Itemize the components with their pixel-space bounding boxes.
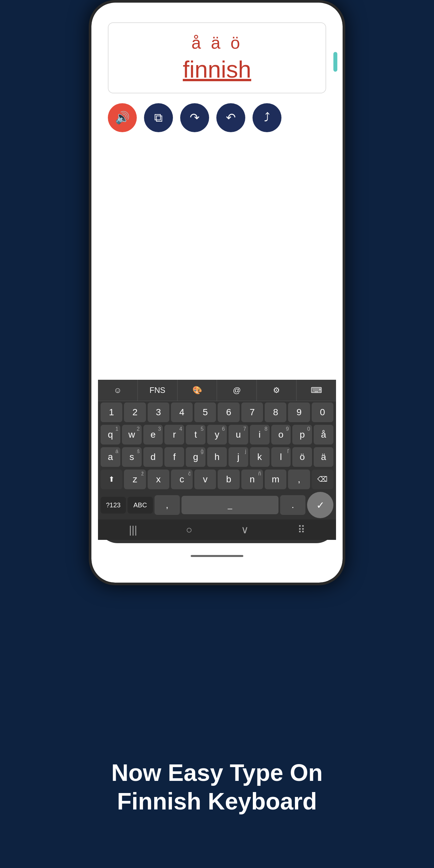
settings-button[interactable]: ⚙ (257, 380, 297, 401)
bottom-line1: Now Easy Type On (112, 760, 323, 786)
key-5[interactable]: 5 (194, 402, 216, 422)
key-g[interactable]: ğg (186, 447, 206, 467)
key-comma-2[interactable]: , (288, 469, 310, 489)
nav-home-icon[interactable]: ○ (186, 524, 192, 536)
key-2[interactable]: 2 (124, 402, 146, 422)
key-m[interactable]: m (265, 469, 286, 489)
key-x[interactable]: x (148, 469, 169, 489)
abc-mode-key[interactable]: ABC (128, 497, 153, 514)
copy-button[interactable]: ⧉ (144, 103, 173, 132)
key-3[interactable]: 3 (148, 402, 169, 422)
nav-back-icon[interactable]: ||| (129, 524, 137, 536)
theme-button[interactable]: 🎨 (178, 380, 217, 401)
key-e[interactable]: 3e (143, 425, 163, 444)
key-comma-3[interactable]: , (155, 495, 180, 515)
nav-bar: ||| ○ ∨ ⠿ (98, 520, 336, 540)
key-row-2: áa šs d f ğg h jj k ľl ö ä (98, 446, 336, 468)
key-v[interactable]: v (194, 469, 216, 489)
key-7[interactable]: 7 (241, 402, 263, 422)
key-a[interactable]: áa (101, 447, 120, 467)
key-p[interactable]: 0p (292, 425, 312, 444)
key-6[interactable]: 6 (218, 402, 239, 422)
home-indicator (191, 555, 243, 557)
key-j[interactable]: jj (228, 447, 248, 467)
key-n[interactable]: ñn (241, 469, 263, 489)
key-o[interactable]: 9o (271, 425, 291, 444)
keyboard-topbar: ☺ FNS 🎨 @ ⚙ ⌨ (98, 380, 336, 401)
translation-card: å ä ö finnish (108, 22, 326, 93)
key-y[interactable]: 6y (207, 425, 227, 444)
key-a-umlaut[interactable]: ä (314, 447, 333, 467)
key-t[interactable]: 5t (186, 425, 206, 444)
key-i[interactable]: 8i (250, 425, 270, 444)
shift-key[interactable]: ⬆ (101, 469, 122, 489)
key-s[interactable]: šs (122, 447, 142, 467)
key-8[interactable]: 8 (265, 402, 286, 422)
key-aa[interactable]: å (314, 425, 333, 444)
emoji-button[interactable]: ☺ (98, 380, 138, 401)
space-key[interactable]: _ (182, 496, 279, 514)
fns-button[interactable]: FNS (138, 380, 178, 401)
action-buttons-row: 🔊 ⧉ ↷ ↶ ⤴ (108, 103, 326, 132)
key-c[interactable]: čc (171, 469, 193, 489)
key-f[interactable]: f (164, 447, 184, 467)
key-4[interactable]: 4 (171, 402, 193, 422)
key-h[interactable]: h (207, 447, 227, 467)
key-row-3: ⬆ žz x čc v b ñn m , ⌫ (98, 468, 336, 491)
num-mode-key[interactable]: ?123 (101, 497, 126, 514)
bottom-line2: Finnish Keyboard (117, 788, 317, 814)
share-button[interactable]: ⤴ (252, 103, 281, 132)
number-row: 1 2 3 4 5 6 7 8 9 0 (98, 401, 336, 424)
key-row-4: ?123 ABC , _ . ✓ (98, 491, 336, 520)
translation-word: finnish (122, 56, 312, 83)
speaker-button[interactable]: 🔊 (108, 103, 137, 132)
key-r[interactable]: 4r (164, 425, 184, 444)
phone-inner: å ä ö finnish 🔊 ⧉ ↷ ↶ ⤴ ☺ FNS 🎨 @ ⚙ (91, 3, 343, 583)
backspace-key[interactable]: ⌫ (312, 469, 333, 489)
phone-frame: å ä ö finnish 🔊 ⧉ ↷ ↶ ⤴ ☺ FNS 🎨 @ ⚙ (89, 0, 345, 585)
key-q[interactable]: 1q (101, 425, 120, 444)
key-9[interactable]: 9 (288, 402, 310, 422)
key-o-umlaut[interactable]: ö (292, 447, 312, 467)
key-d[interactable]: d (143, 447, 163, 467)
key-b[interactable]: b (218, 469, 239, 489)
nav-recents-icon[interactable]: ∨ (241, 523, 249, 536)
key-0[interactable]: 0 (312, 402, 333, 422)
key-period[interactable]: . (280, 495, 305, 515)
at-button[interactable]: @ (217, 380, 257, 401)
keyboard-area: ☺ FNS 🎨 @ ⚙ ⌨ 1 2 3 4 5 6 7 8 9 (98, 380, 336, 543)
undo-button[interactable]: ↶ (216, 103, 245, 132)
key-k[interactable]: k (250, 447, 270, 467)
screen: å ä ö finnish 🔊 ⧉ ↷ ↶ ⤴ ☺ FNS 🎨 @ ⚙ (95, 12, 339, 563)
scroll-indicator (333, 52, 337, 72)
key-z[interactable]: žz (124, 469, 146, 489)
key-l[interactable]: ľl (271, 447, 291, 467)
key-u[interactable]: 7u (228, 425, 248, 444)
nav-menu-icon[interactable]: ⠿ (298, 523, 305, 536)
keyboard-hide-button[interactable]: ⌨ (297, 380, 336, 401)
key-1[interactable]: 1 (101, 402, 122, 422)
key-w[interactable]: 2w (122, 425, 142, 444)
translation-chars: å ä ö (122, 33, 312, 53)
redo-button[interactable]: ↷ (180, 103, 209, 132)
bottom-text-section: Now Easy Type On Finnish Keyboard (0, 758, 434, 815)
key-row-1: 1q 2w 3e 4r 5t 6y 7u 8i 9o 0p å (98, 424, 336, 446)
done-key[interactable]: ✓ (307, 492, 333, 518)
